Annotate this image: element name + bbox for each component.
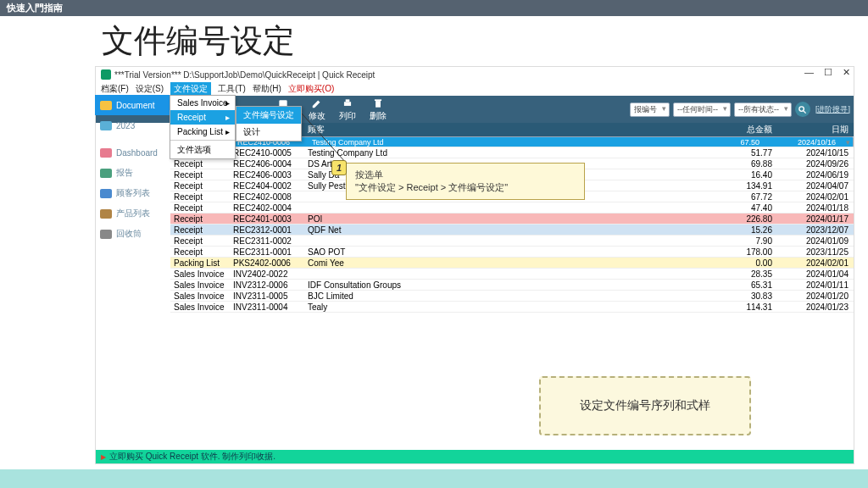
cell-date: 2024/10/15 [777, 148, 854, 158]
col-date[interactable]: 日期 [777, 124, 854, 136]
cell-date: 2024/04/07 [777, 181, 854, 191]
cell-date: 2024/01/17 [777, 214, 854, 224]
filter-number-select[interactable]: 报编号 [630, 103, 670, 117]
statusbar[interactable]: 立即购买 Quick Receipt 软件. 制作列印收据. [96, 450, 854, 463]
cell-amount: 67.72 [681, 192, 777, 202]
cell-date: 2024/09/26 [777, 159, 854, 169]
minimize-button[interactable]: — [804, 67, 814, 78]
cell-amount: 30.83 [681, 291, 777, 301]
annotation-note: 设定文件编号序列和式样 [539, 376, 751, 435]
cell-date: 2024/06/19 [777, 170, 854, 180]
menubar: 档案(F) 设定(S) 文件设定 工具(T) 帮助(H) 立即购买(O) [96, 82, 854, 96]
table-row[interactable]: Packing ListPKS2402-0006Comi Yee0.002024… [170, 258, 854, 269]
menu-help[interactable]: 帮助(H) [253, 83, 281, 95]
submenu-item-design[interactable]: 设计 [236, 124, 301, 141]
sidebar-item-products[interactable]: 产品列表 [95, 203, 170, 224]
sidebar: Document 2023 Dashboard 报告 顾客列表 产品列表 回收筒 [95, 95, 170, 244]
slide-header: 快速入門指南 [0, 0, 868, 16]
cell-amount: 16.40 [681, 170, 777, 180]
table-row[interactable]: Sales InvoiceINV2402-002228.352024/01/04 [170, 269, 854, 280]
cell-number: REC2311-0002 [233, 236, 308, 246]
sidebar-label: Document [116, 101, 155, 110]
dropdown-item-sales-invoice[interactable]: Sales Invoice▸ [170, 96, 235, 110]
col-customer[interactable]: 顾客 [308, 124, 681, 136]
window-titlebar: ***Trial Version*** D:\SupportJob\Demo\Q… [96, 67, 854, 82]
cell-number: REC2312-0001 [233, 225, 308, 235]
svg-line-8 [804, 110, 806, 113]
cell-type: Receipt [170, 214, 233, 224]
sidebar-item-document[interactable]: Document [95, 95, 170, 115]
menu-tools[interactable]: 工具(T) [218, 83, 246, 95]
sidebar-item-trash[interactable]: 回收筒 [95, 224, 170, 244]
cell-amount: 15.26 [681, 225, 777, 235]
magnifier-icon [798, 105, 807, 114]
edit-button[interactable]: 修改 [302, 96, 332, 124]
box-icon [100, 209, 112, 219]
cell-amount: 67.50 [668, 138, 765, 147]
menu-settings[interactable]: 设定(S) [136, 83, 164, 95]
printer-icon [342, 97, 353, 109]
table-row[interactable]: ReceiptREC2410-0005Testing Company Ltd51… [170, 147, 854, 158]
table-row[interactable]: Sales InvoiceINV2311-0005BJC Limited30.8… [170, 291, 854, 302]
dropdown-label: Sales Invoice [177, 98, 227, 108]
table-row[interactable]: ReceiptREC2401-0003POI226.802024/01/17 [170, 214, 854, 225]
menu-file[interactable]: 档案(F) [101, 83, 129, 95]
cell-customer: POI [308, 214, 681, 224]
cell-customer: Comi Yee [308, 258, 681, 268]
cell-number: INV2312-0006 [233, 280, 308, 290]
table-row[interactable]: Sales InvoiceINV2311-0004Tealy114.312024… [170, 302, 854, 313]
callout-number-badge: 1 [331, 160, 347, 175]
dropdown-label: Receipt [177, 113, 206, 122]
cell-date: 2024/01/18 [777, 203, 854, 213]
cell-amount: 65.31 [681, 280, 777, 290]
cell-number: INV2311-0005 [233, 291, 308, 301]
cell-amount: 51.77 [681, 148, 777, 158]
table-row[interactable]: ReceiptREC2311-0001SAO POT178.002023/11/… [170, 247, 854, 258]
cell-date: 2024/01/11 [777, 280, 854, 290]
cell-amount: 226.80 [681, 214, 777, 224]
maximize-button[interactable]: ☐ [824, 67, 832, 78]
table-row[interactable]: ReceiptREC2402-000447.402024/01/18 [170, 202, 854, 214]
sidebar-item-dashboard[interactable]: Dashboard [95, 142, 170, 163]
status-text: 立即购买 Quick Receipt 软件. 制作列印收据. [109, 451, 275, 463]
table-row[interactable]: ReceiptREC2311-00027.902024/01/09 [170, 236, 854, 247]
sidebar-label: Dashboard [116, 148, 158, 158]
cell-date: 2024/02/01 [777, 258, 854, 268]
sidebar-label: 回收筒 [116, 228, 142, 240]
callout-box: 1 按选单 "文件设定 > Receipt > 文件编号设定" [346, 163, 585, 200]
dropdown-label: Packing List [177, 127, 223, 136]
cell-amount: 7.90 [681, 236, 777, 246]
filter-status-select[interactable]: --所有状态-- [734, 103, 792, 117]
trash-icon [372, 97, 384, 109]
filter-time-select[interactable]: --任何时间-- [673, 103, 731, 117]
print-button[interactable]: 列印 [332, 96, 363, 124]
chevron-right-icon: ▸ [225, 127, 230, 136]
cell-type: Sales Invoice [170, 291, 233, 301]
svg-point-7 [799, 106, 804, 110]
sidebar-item-2023[interactable]: 2023 [95, 115, 170, 136]
close-button[interactable]: ✕ [843, 67, 850, 78]
dropdown-item-packing-list[interactable]: Packing List▸ [170, 125, 235, 139]
cell-number: REC2410-0005 [233, 148, 308, 158]
delete-button[interactable]: 删除 [363, 96, 393, 124]
cell-number: INV2311-0004 [233, 302, 308, 312]
cell-date: 2023/11/25 [777, 247, 854, 257]
receipt-submenu: 文件编号设定 设计 [236, 106, 302, 141]
sidebar-item-report[interactable]: 报告 [95, 163, 170, 183]
col-amount[interactable]: 总金额 [681, 124, 777, 136]
table-row[interactable]: ReceiptREC2312-0001QDF Net15.262023/12/0… [170, 225, 854, 236]
sidebar-item-customers[interactable]: 顾客列表 [95, 183, 170, 203]
submenu-item-number-setting[interactable]: 文件编号设定 [236, 107, 301, 124]
menu-buy[interactable]: 立即购买(O) [288, 83, 334, 95]
menu-doc-settings[interactable]: 文件设定 [170, 82, 211, 96]
dropdown-item-file-options[interactable]: 文件选项 [170, 141, 235, 158]
cell-number: REC2406-0004 [233, 159, 308, 169]
cell-number: REC2402-0004 [233, 203, 308, 213]
search-button[interactable] [795, 102, 810, 117]
svg-rect-5 [376, 101, 381, 108]
advanced-search-link[interactable]: [进阶搜寻] [815, 104, 850, 115]
svg-rect-6 [375, 99, 381, 101]
dropdown-item-receipt[interactable]: Receipt▸ [170, 110, 235, 125]
table-row[interactable]: Sales InvoiceINV2312-0006IDF Consultatio… [170, 280, 854, 291]
page-footer [0, 469, 868, 488]
